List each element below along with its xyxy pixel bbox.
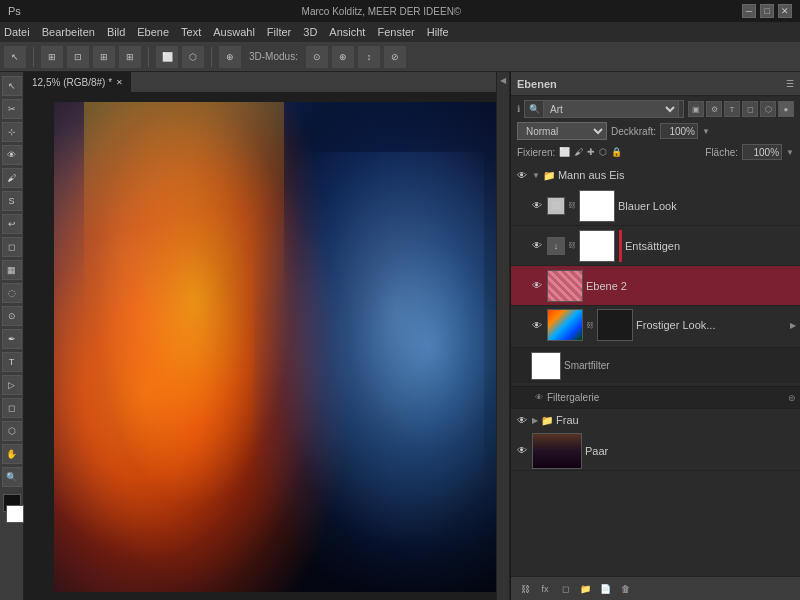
lock-paint-icon[interactable]: 🖌 bbox=[574, 147, 583, 157]
tool-extra[interactable]: ⊘ bbox=[384, 46, 406, 68]
filtergalerie-options-icon[interactable]: ⊜ bbox=[788, 393, 796, 403]
menu-ansicht[interactable]: Ansicht bbox=[329, 26, 365, 38]
panel-menu-icon[interactable]: ☰ bbox=[786, 79, 794, 89]
tool-blur[interactable]: ◌ bbox=[2, 283, 22, 303]
tool-crop[interactable]: ✂ bbox=[2, 99, 22, 119]
group-mann-label: Mann aus Eis bbox=[558, 169, 796, 181]
right-panel: Ebenen ☰ ℹ 🔍 Art ▣ ⚙ T ◻ bbox=[510, 72, 800, 600]
tool-zoom[interactable]: 🔍 bbox=[2, 467, 22, 487]
tool-shape[interactable]: ◻ bbox=[2, 398, 22, 418]
3d-mode-label: 3D-Modus: bbox=[249, 51, 298, 62]
fill-input[interactable] bbox=[742, 144, 782, 160]
menu-ebene[interactable]: Ebene bbox=[137, 26, 169, 38]
new-group-icon[interactable]: 📁 bbox=[577, 581, 593, 597]
filter-pixel[interactable]: ▣ bbox=[688, 101, 704, 117]
restore-button[interactable]: □ bbox=[760, 4, 774, 18]
new-layer-icon[interactable]: 📄 bbox=[597, 581, 613, 597]
lock-transparent-icon[interactable]: ⬜ bbox=[559, 147, 570, 157]
add-mask-icon[interactable]: ◻ bbox=[557, 581, 573, 597]
layer-group-mann[interactable]: 👁 ▼ 📁 Mann aus Eis bbox=[511, 164, 800, 186]
tool-measure[interactable]: ⊹ bbox=[2, 122, 22, 142]
eye-paar[interactable]: 👁 bbox=[515, 444, 529, 458]
link-layers-icon[interactable]: ⛓ bbox=[517, 581, 533, 597]
tool-align4[interactable]: ⊞ bbox=[119, 46, 141, 68]
tool-align1[interactable]: ⊞ bbox=[41, 46, 63, 68]
menu-auswahl[interactable]: Auswahl bbox=[213, 26, 255, 38]
layer-ebene2[interactable]: 👁 Ebene 2 bbox=[511, 266, 800, 306]
background-color[interactable] bbox=[6, 505, 24, 523]
panel-bottom: ⛓ fx ◻ 📁 📄 🗑 bbox=[511, 576, 800, 600]
tab-close-icon[interactable]: ✕ bbox=[116, 78, 123, 87]
eye-blauer[interactable]: 👁 bbox=[530, 199, 544, 213]
menu-datei[interactable]: Datei bbox=[4, 26, 30, 38]
lock-artboard-icon[interactable]: ⬡ bbox=[599, 147, 607, 157]
menu-bild[interactable]: Bild bbox=[107, 26, 125, 38]
tool-move[interactable]: ↖ bbox=[4, 46, 26, 68]
tool-history[interactable]: ↩ bbox=[2, 214, 22, 234]
left-toolbar: ↖ ✂ ⊹ 👁 🖌 S ↩ ◻ ▦ ◌ ⊙ ✒ T ▷ ◻ ⬡ ✋ 🔍 bbox=[0, 72, 24, 600]
filter-shape[interactable]: ◻ bbox=[742, 101, 758, 117]
fx-icon[interactable]: fx bbox=[537, 581, 553, 597]
fill-row: Fixieren: ⬜ 🖌 ✚ ⬡ 🔒 Fläche: ▼ bbox=[517, 144, 794, 160]
expand-mann-icon[interactable]: ▼ bbox=[532, 171, 540, 180]
lock-all-icon[interactable]: 🔒 bbox=[611, 147, 622, 157]
opacity-arrow[interactable]: ▼ bbox=[702, 127, 710, 136]
tool-path[interactable]: ▷ bbox=[2, 375, 22, 395]
tool-selection[interactable]: ↖ bbox=[2, 76, 22, 96]
blend-row: Normal Deckkraft: ▼ bbox=[517, 122, 794, 140]
canvas-image bbox=[54, 102, 496, 592]
tool-pen[interactable]: ✒ bbox=[2, 329, 22, 349]
blend-mode-select[interactable]: Normal bbox=[517, 122, 607, 140]
tab-document[interactable]: 12,5% (RGB/8#) * ✕ bbox=[24, 72, 131, 92]
collapse-button[interactable]: ◀ bbox=[497, 76, 509, 85]
filter-smart[interactable]: ⬡ bbox=[760, 101, 776, 117]
tool-brush[interactable]: 🖌 bbox=[2, 168, 22, 188]
eye-entsaettigen[interactable]: 👁 bbox=[530, 239, 544, 253]
delete-layer-icon[interactable]: 🗑 bbox=[617, 581, 633, 597]
tool-3dobj[interactable]: ⬡ bbox=[2, 421, 22, 441]
filter-toggle[interactable]: ● bbox=[778, 101, 794, 117]
tool-align3[interactable]: ⊞ bbox=[93, 46, 115, 68]
tool-gradient[interactable]: ▦ bbox=[2, 260, 22, 280]
menu-filter[interactable]: Filter bbox=[267, 26, 291, 38]
menu-3d[interactable]: 3D bbox=[303, 26, 317, 38]
filter-text[interactable]: T bbox=[724, 101, 740, 117]
expand-frau-icon[interactable]: ▶ bbox=[532, 416, 538, 425]
tool-zoom3d[interactable]: ↕ bbox=[358, 46, 380, 68]
eye-frau[interactable]: 👁 bbox=[515, 413, 529, 427]
tool-eraser[interactable]: ◻ bbox=[2, 237, 22, 257]
tool-stamp[interactable]: S bbox=[2, 191, 22, 211]
eye-icon-mann[interactable]: 👁 bbox=[515, 168, 529, 182]
eye-filtergalerie[interactable]: 👁 bbox=[535, 393, 543, 402]
menu-fenster[interactable]: Fenster bbox=[377, 26, 414, 38]
opacity-input[interactable] bbox=[660, 123, 698, 139]
minimize-button[interactable]: ─ bbox=[742, 4, 756, 18]
layer-paar[interactable]: 👁 Paar bbox=[511, 431, 800, 471]
thumb-blauer bbox=[579, 190, 615, 222]
search-type-select[interactable]: Art bbox=[543, 100, 679, 118]
lock-move-icon[interactable]: ✚ bbox=[587, 147, 595, 157]
tool-dodge[interactable]: ⊙ bbox=[2, 306, 22, 326]
tool-hand[interactable]: ✋ bbox=[2, 444, 22, 464]
tool-transform1[interactable]: ⬜ bbox=[156, 46, 178, 68]
tool-pan3d[interactable]: ⊕ bbox=[332, 46, 354, 68]
close-button[interactable]: ✕ bbox=[778, 4, 792, 18]
eye-frostiger[interactable]: 👁 bbox=[530, 318, 544, 332]
menu-hilfe[interactable]: Hilfe bbox=[427, 26, 449, 38]
layer-blauer-look[interactable]: 👁 ⚖ ⛓ Blauer Look bbox=[511, 186, 800, 226]
eye-ebene2[interactable]: 👁 bbox=[530, 279, 544, 293]
tool-transform2[interactable]: ⬡ bbox=[182, 46, 204, 68]
layer-entsaettigen[interactable]: 👁 ↓ ⛓ Entsättigen bbox=[511, 226, 800, 266]
menu-text[interactable]: Text bbox=[181, 26, 201, 38]
tool-3d[interactable]: ⊕ bbox=[219, 46, 241, 68]
layers-panel-header: Ebenen ☰ bbox=[511, 72, 800, 96]
filter-adjust[interactable]: ⚙ bbox=[706, 101, 722, 117]
layer-group-frau[interactable]: 👁 ▶ 📁 Frau bbox=[511, 409, 800, 431]
menu-bearbeiten[interactable]: Bearbeiten bbox=[42, 26, 95, 38]
tool-rotate3d[interactable]: ⊙ bbox=[306, 46, 328, 68]
tool-eye[interactable]: 👁 bbox=[2, 145, 22, 165]
tool-text[interactable]: T bbox=[2, 352, 22, 372]
fill-arrow[interactable]: ▼ bbox=[786, 148, 794, 157]
layer-frostiger[interactable]: 👁 ⛓ Frostiger Look... ▶ Smartfilter 👁 Fi… bbox=[511, 306, 800, 409]
tool-align2[interactable]: ⊡ bbox=[67, 46, 89, 68]
